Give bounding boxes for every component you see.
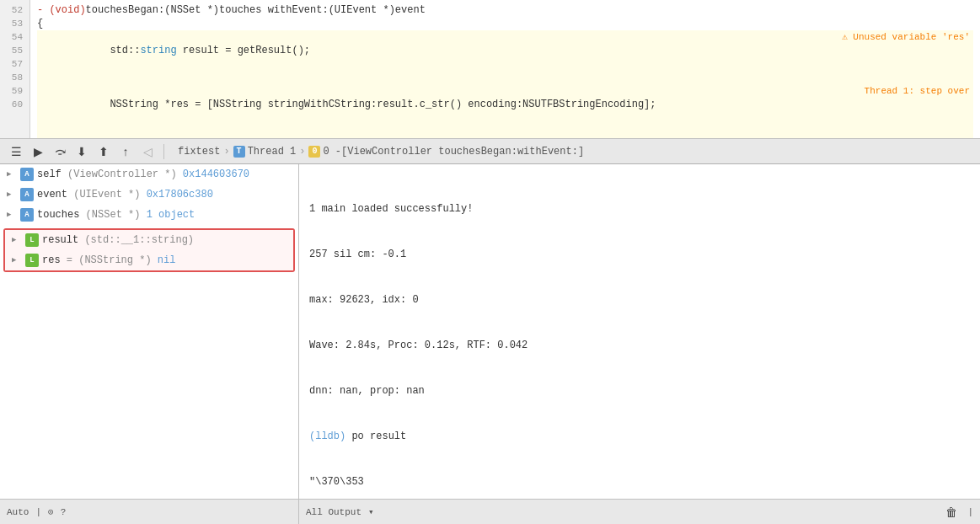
code-line-55: std::string result = getResult(); ⚠ Unus… bbox=[37, 30, 973, 84]
console-footer-left: All Output ▾ bbox=[306, 506, 374, 517]
continue-button[interactable]: ▶ bbox=[29, 142, 47, 161]
var-res-type: = (NSString *) bbox=[61, 253, 158, 268]
var-res-name: res bbox=[42, 253, 61, 268]
console-line-2: 257 sil cm: -0.1 bbox=[309, 247, 970, 262]
var-self-icon: A bbox=[20, 168, 34, 181]
all-output-arrow: ▾ bbox=[368, 506, 374, 517]
var-res[interactable]: ▶ L res = (NSString *) nil bbox=[5, 250, 293, 270]
var-result-name: result bbox=[42, 233, 78, 248]
code-text[interactable]: - (void)touchesBegan:(NSSet *)touches wi… bbox=[30, 0, 980, 138]
breadcrumb: fixtest › T Thread 1 › 0 0 -[ViewControl… bbox=[178, 146, 584, 158]
var-event-value: 0x17806c380 bbox=[147, 187, 213, 202]
breadcrumb-thread: T Thread 1 bbox=[233, 146, 297, 158]
console-output[interactable]: 1 main loaded successfully! 257 sil cm: … bbox=[299, 164, 980, 499]
console-line-lldb: (lldb) po result bbox=[309, 429, 970, 444]
frame-label: 0 -[ViewController touchesBegan:withEven… bbox=[323, 146, 584, 158]
var-event-type: (UIEvent *) bbox=[67, 187, 147, 202]
var-event-triangle[interactable]: ▶ bbox=[7, 187, 17, 202]
debug-toolbar: ☰ ▶ ⤼ ⬇ ⬆ ↑ ◁ fixtest › T Thread 1 › 0 0… bbox=[0, 139, 980, 164]
auto-label: Auto bbox=[7, 507, 29, 517]
warning-text: ⚠ Unused variable 'res' bbox=[842, 30, 973, 44]
var-res-icon: L bbox=[25, 254, 39, 267]
code-line-53: - (void)touchesBegan:(NSSet *)touches wi… bbox=[37, 3, 973, 17]
breadcrumb-sep-2: › bbox=[299, 146, 305, 158]
var-result-icon: L bbox=[25, 233, 39, 247]
console-line-1: 1 main loaded successfully! bbox=[309, 201, 970, 217]
breadcrumb-frame: 0 0 -[ViewController touchesBegan:withEv… bbox=[308, 146, 584, 158]
console-line-5: dnn: nan, prop: nan bbox=[309, 383, 970, 398]
var-touches-name: touches bbox=[37, 207, 79, 222]
warning-sub: Thread 1: step over bbox=[865, 84, 973, 98]
console-line-4: Wave: 2.84s, Proc: 0.12s, RTF: 0.042 bbox=[309, 338, 970, 353]
var-self-type: (ViewController *) bbox=[62, 167, 183, 182]
highlighted-var-group: ▶ L result (std::__1::string) ▶ L res = … bbox=[3, 228, 295, 272]
var-event-name: event bbox=[37, 187, 67, 202]
var-event[interactable]: ▶ A event (UIEvent *) 0x17806c380 bbox=[0, 184, 298, 205]
console-line-3: max: 92623, idx: 0 bbox=[309, 292, 970, 307]
var-res-value: nil bbox=[158, 253, 176, 268]
frame-icon: 0 bbox=[308, 146, 320, 158]
var-result[interactable]: ▶ L result (std::__1::string) bbox=[5, 230, 293, 250]
back-button[interactable]: ◁ bbox=[138, 142, 157, 161]
question-icon[interactable]: ? bbox=[61, 507, 67, 517]
step-out-button[interactable]: ⬆ bbox=[94, 142, 113, 161]
step-into-button[interactable]: ⬇ bbox=[72, 142, 91, 161]
trash-button[interactable]: 🗑 bbox=[942, 503, 961, 521]
console-line-7: "\370\353 bbox=[309, 474, 970, 489]
variables-content[interactable]: ▶ A self (ViewController *) 0x144603670 … bbox=[0, 164, 298, 499]
breadcrumb-fixtest: fixtest bbox=[178, 146, 220, 158]
var-self-name: self bbox=[37, 167, 62, 182]
toolbar-divider bbox=[163, 144, 164, 159]
console-footer: All Output ▾ 🗑 | bbox=[299, 499, 980, 524]
var-touches-triangle[interactable]: ▶ bbox=[7, 207, 17, 222]
eye-icon[interactable]: ⊙ bbox=[48, 506, 54, 517]
fixtest-label: fixtest bbox=[178, 146, 220, 158]
var-touches-type: (NSSet *) bbox=[79, 207, 146, 222]
sidebar-toggle-button[interactable]: ☰ bbox=[7, 142, 25, 161]
footer-sep: | bbox=[35, 507, 41, 517]
lldb-keyword: (lldb) bbox=[309, 430, 345, 442]
var-result-type: (std::__1::string) bbox=[78, 233, 194, 248]
console-footer-right: 🗑 | bbox=[942, 503, 973, 521]
bottom-panels: ▶ A self (ViewController *) 0x144603670 … bbox=[0, 164, 980, 524]
thread-icon: T bbox=[233, 146, 245, 158]
var-self[interactable]: ▶ A self (ViewController *) 0x144603670 bbox=[0, 164, 298, 184]
footer-right-sep: | bbox=[967, 507, 973, 517]
thread-label: Thread 1 bbox=[248, 146, 297, 158]
code-line-57: NSString *res = [NSString stringWithCStr… bbox=[37, 84, 973, 138]
var-self-value: 0x144603670 bbox=[183, 167, 249, 182]
var-touches-icon: A bbox=[20, 208, 34, 222]
code-line-54: { bbox=[37, 17, 973, 30]
var-result-triangle[interactable]: ▶ bbox=[12, 233, 22, 248]
line-numbers: 52 53 54 55 57 58 59 60 bbox=[0, 0, 30, 138]
console-panel: 1 main loaded successfully! 257 sil cm: … bbox=[299, 164, 980, 524]
all-output-label: All Output bbox=[306, 507, 361, 517]
var-event-icon: A bbox=[20, 188, 34, 201]
var-self-triangle[interactable]: ▶ bbox=[7, 167, 17, 182]
var-touches[interactable]: ▶ A touches (NSSet *) 1 object bbox=[0, 205, 298, 225]
breadcrumb-sep-1: › bbox=[223, 146, 229, 158]
step-instruction-button[interactable]: ↑ bbox=[116, 142, 135, 161]
step-over-button[interactable]: ⤼ bbox=[51, 142, 69, 161]
variables-panel: ▶ A self (ViewController *) 0x144603670 … bbox=[0, 164, 299, 524]
variables-footer: Auto | ⊙ ? bbox=[0, 499, 298, 524]
var-res-triangle[interactable]: ▶ bbox=[12, 253, 22, 268]
var-touches-value: 1 object bbox=[147, 207, 195, 222]
code-editor: 52 53 54 55 57 58 59 60 - (void)touchesB… bbox=[0, 0, 980, 139]
